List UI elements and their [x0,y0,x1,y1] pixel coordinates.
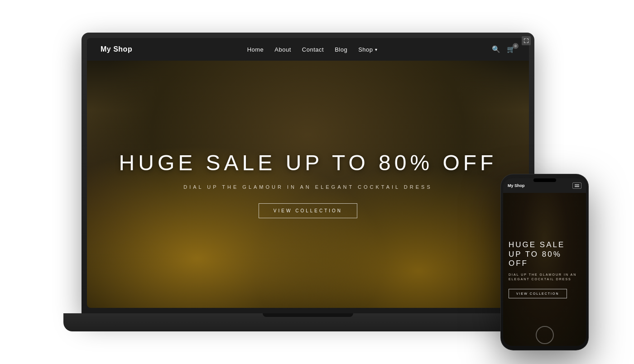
nav-contact[interactable]: Contact [302,46,324,53]
site-logo[interactable]: My Shop [101,45,132,53]
phone-hero-content: HUGE SALE UP TO 80% OFF DIAL UP THE GLAM… [503,234,586,305]
cart-count: 0 [513,43,519,49]
laptop-device: My Shop Home About Contact Blog Shop ▾ [82,33,534,331]
website-mobile: My Shop HUGE SALE UP TO 80% OFF DIAL UP … [503,178,586,346]
hamburger-line-3 [575,187,579,187]
site-hero: HUGE SALE UP TO 80% OFF DIAL UP THE GLAM… [87,61,529,308]
phone-site-logo[interactable]: My Shop [508,183,525,188]
site-header: My Shop Home About Contact Blog Shop ▾ [87,38,529,61]
phone-home-button[interactable] [536,326,554,344]
phone-hero-title: HUGE SALE UP TO 80% OFF [509,240,581,268]
nav-icons: 🔍 🛒 0 [492,45,515,53]
search-icon[interactable]: 🔍 [492,45,500,53]
hamburger-line-2 [575,186,579,186]
nav-shop[interactable]: Shop ▾ [358,46,377,53]
nav-blog[interactable]: Blog [335,46,347,53]
hero-title: HUGE SALE UP TO 80% OFF [119,150,497,175]
laptop-base [63,313,552,331]
phone-hero: HUGE SALE UP TO 80% OFF DIAL UP THE GLAM… [503,193,586,346]
website-desktop: My Shop Home About Contact Blog Shop ▾ [87,38,529,308]
chevron-down-icon: ▾ [375,47,377,52]
phone-hero-subtitle: DIAL UP THE GLAMOUR IN AN ELEGANT COCKTA… [509,273,581,282]
nav-shop-label: Shop [358,46,373,53]
scene: My Shop Home About Contact Blog Shop ▾ [0,0,634,364]
view-collection-button[interactable]: VIEW COLLECTION [259,203,357,218]
nav-about[interactable]: About [274,46,291,53]
phone-view-collection-button[interactable]: VIEW COLLECTION [509,289,567,298]
hamburger-menu-icon[interactable] [572,182,581,189]
hamburger-line-1 [575,184,579,185]
cart-icon[interactable]: 🛒 0 [507,45,515,53]
phone-device: My Shop HUGE SALE UP TO 80% OFF DIAL UP … [500,174,589,350]
hero-content: HUGE SALE UP TO 80% OFF DIAL UP THE GLAM… [119,150,497,218]
fullscreen-icon[interactable] [522,36,531,45]
phone-notch [533,178,556,182]
laptop-body: My Shop Home About Contact Blog Shop ▾ [82,33,534,313]
phone-screen: My Shop HUGE SALE UP TO 80% OFF DIAL UP … [503,178,586,346]
laptop-screen: My Shop Home About Contact Blog Shop ▾ [87,38,529,308]
nav-home[interactable]: Home [247,46,264,53]
hero-subtitle: DIAL UP THE GLAMOUR IN AN ELEGANT COCKTA… [119,184,497,190]
site-nav: Home About Contact Blog Shop ▾ [247,46,377,53]
